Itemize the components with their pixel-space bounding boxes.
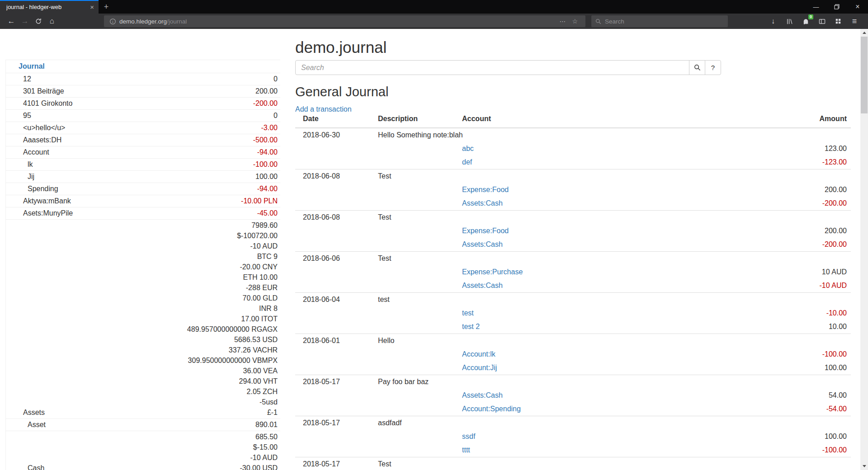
page-actions-icon[interactable]: ⋯ [556, 18, 569, 25]
scrollbar-up-arrow[interactable] [860, 29, 868, 37]
transaction-date: 2018-05-17 [303, 416, 378, 430]
posting-row: Account:Jij 100.00 [462, 361, 847, 375]
account-balance-cell: -45.00 [73, 208, 278, 218]
new-tab-button[interactable]: + [99, 0, 114, 14]
transaction-description: Hello [378, 334, 847, 348]
downloads-icon[interactable]: ↓ [768, 16, 778, 27]
posting-account-link[interactable]: Expense:Food [462, 183, 825, 197]
transaction-row: 2018-06-08 Test Expense:Food 200.00 Asse… [295, 210, 851, 251]
balance-amount: INR 8 [45, 303, 278, 314]
search-help-button[interactable]: ? [705, 60, 721, 75]
posting-row: Expense:Food 200.00 [462, 183, 847, 197]
posting-account-link[interactable]: Assets:Cash [462, 238, 822, 251]
scrollbar-thumb[interactable] [861, 37, 868, 113]
account-balance-cell: 890.01 [46, 419, 278, 430]
browser-tab[interactable]: journal - hledger-web × [0, 0, 99, 14]
account-link[interactable]: Asets:MunyPile [6, 208, 73, 218]
account-link[interactable]: lk [6, 160, 33, 169]
account-link[interactable]: Jij [6, 172, 34, 182]
posting-amount: -10 AUD [820, 279, 847, 292]
balance-amount: 294.00 VHT [45, 376, 278, 386]
transaction-row: 2018-05-17 Test [295, 457, 851, 470]
posting-account-link[interactable]: abc [462, 142, 825, 155]
balance-amount: 0 [31, 74, 278, 84]
account-link[interactable]: Assets [6, 408, 45, 418]
posting-account-link[interactable]: Account:Spending [462, 402, 826, 416]
search-input[interactable] [295, 60, 689, 75]
account-link[interactable]: <u>hello</u> [6, 123, 65, 133]
minimize-button[interactable]: — [806, 0, 826, 14]
sidebar-journal-link[interactable]: Journal [6, 60, 280, 73]
tab-bar: journal - hledger-web × + — × [0, 0, 868, 14]
posting-account-link[interactable]: Expense:Purchase [462, 265, 822, 279]
posting-account-link[interactable]: tttt [462, 443, 822, 457]
apps-grid-icon[interactable] [833, 16, 844, 27]
posting-list: Expense:Food 200.00 Assets:Cash -200.00 [303, 224, 847, 251]
posting-amount: -100.00 [822, 443, 847, 457]
page-content: Journal 12 0 301 Beiträge 200.00 4101 Gi… [0, 29, 860, 470]
account-link[interactable]: Aktywa:mBank [6, 196, 71, 206]
page-scrollbar[interactable] [860, 29, 868, 470]
balance-amount: -45.00 [73, 208, 278, 218]
balance-amount: 17.00 ITOT [45, 314, 278, 324]
account-link[interactable]: 4101 Girokonto [6, 99, 72, 108]
reload-button[interactable] [32, 15, 45, 28]
account-link[interactable]: Account [6, 147, 49, 157]
transaction-description: Test [378, 457, 847, 470]
posting-account-link[interactable]: test 2 [462, 320, 829, 334]
library-icon[interactable] [784, 16, 795, 27]
transaction-row: 2018-06-04 test test -10.00 test 2 10.00 [295, 292, 851, 334]
browser-search-field[interactable]: Search [591, 15, 728, 27]
posting-account-link[interactable]: Expense:Food [462, 224, 825, 238]
back-button[interactable]: ← [5, 15, 18, 28]
account-balance-cell: 685.50$-15.00-10 AUD-30.00 USD [44, 432, 278, 470]
posting-account-link[interactable]: Account:Jij [462, 361, 825, 375]
posting-account-link[interactable]: Assets:Cash [462, 389, 829, 402]
posting-account-link[interactable]: Assets:Cash [462, 279, 820, 292]
tab-close-icon[interactable]: × [90, 3, 94, 11]
tab-title: journal - hledger-web [6, 4, 86, 10]
close-window-button[interactable]: × [847, 0, 868, 14]
account-link[interactable]: Asset [6, 420, 46, 430]
url-bar[interactable]: i demo.hledger.org/journal ⋯ ☆ [104, 15, 585, 27]
site-info-icon[interactable]: i [108, 17, 117, 25]
balance-amount: -10 AUD [45, 241, 278, 251]
balance-amount: -100.00 [33, 159, 278, 169]
account-link[interactable]: 12 [6, 74, 31, 84]
transaction-description: Pay foo bar baz [378, 375, 847, 389]
balance-amount: 5686.53 USD [45, 334, 278, 345]
account-link[interactable]: 301 Beiträge [6, 86, 64, 96]
posting-row: Account:lk -100.00 [462, 348, 847, 361]
account-link[interactable]: Spending [6, 184, 58, 194]
transaction-date: 2018-06-30 [303, 128, 378, 142]
transaction-row: 2018-06-30 Hello Something note:blah abc… [295, 128, 851, 169]
posting-account-link[interactable]: ssdf [462, 430, 825, 443]
posting-list: test -10.00 test 2 10.00 [303, 306, 847, 334]
browser-window: journal - hledger-web × + — × ← → ⌂ [0, 0, 868, 470]
transaction-head: 2018-06-08 Test [303, 169, 847, 183]
add-transaction-link[interactable]: Add a transaction [295, 105, 352, 114]
forward-button[interactable]: → [18, 15, 32, 28]
home-button[interactable]: ⌂ [45, 15, 59, 28]
bookmark-star-icon[interactable]: ☆ [569, 18, 581, 25]
transaction-row: 2018-05-17 asdfadf ssdf 100.00 tttt -100… [295, 416, 851, 457]
account-balance-cell: -10.00 PLN [71, 196, 278, 206]
posting-account-link[interactable]: Assets:Cash [462, 197, 822, 210]
posting-row: Account:Spending -54.00 [462, 402, 847, 416]
posting-account-link[interactable]: def [462, 155, 822, 169]
posting-account-link[interactable]: Account:lk [462, 348, 822, 361]
ghostery-extension-icon[interactable]: 0 [800, 16, 811, 27]
account-link[interactable]: Cash [6, 463, 44, 470]
transaction-list: 2018-06-30 Hello Something note:blah abc… [295, 128, 851, 470]
account-link[interactable]: Aaasets:DH [6, 135, 61, 145]
sidebars-icon[interactable] [816, 16, 827, 27]
posting-row: tttt -100.00 [462, 443, 847, 457]
balance-amount: BTC 9 [45, 251, 278, 262]
posting-account-link[interactable]: test [462, 306, 826, 320]
menu-hamburger-icon[interactable]: ≡ [849, 16, 860, 27]
scrollbar-down-arrow[interactable] [860, 462, 868, 470]
account-link[interactable]: 95 [6, 111, 31, 121]
maximize-button[interactable] [826, 0, 847, 14]
balance-amount: 36.00 VEA [45, 366, 278, 376]
search-submit-button[interactable] [689, 60, 705, 75]
